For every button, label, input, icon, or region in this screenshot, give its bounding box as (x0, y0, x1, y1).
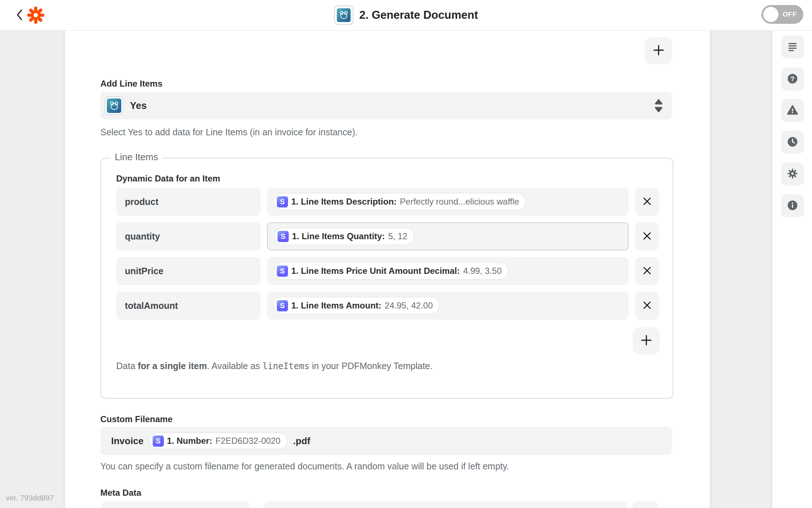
add-line-items-label: Add Line Items (100, 79, 162, 89)
key-text: quantity (125, 231, 160, 242)
line-item-value-input[interactable]: S 1. Line Items Amount: 24.95, 42.00 (267, 292, 629, 320)
settings-button[interactable] (781, 162, 804, 185)
remove-row-button[interactable] (635, 292, 659, 320)
filename-prefix: Invoice (111, 435, 144, 447)
line-item-key-input[interactable]: totalAmount (116, 292, 261, 320)
toggle-knob (763, 7, 778, 22)
mapped-field-pill[interactable]: S 1. Number: F2ED6D32-0020 (149, 433, 287, 449)
stripe-icon: S (277, 300, 288, 311)
pdfmonkey-icon (334, 5, 353, 25)
add-line-items-help: Select Yes to add data for Line Items (i… (100, 127, 358, 137)
pill-value: 4.99, 3.50 (463, 266, 502, 276)
pill-label: 1. Line Items Quantity: (292, 231, 385, 241)
key-text: unitPrice (125, 266, 163, 276)
line-item-key-input[interactable]: product (116, 188, 261, 216)
zap-on-off-toggle[interactable]: OFF (761, 5, 803, 24)
remove-row-button[interactable] (635, 257, 659, 285)
page-title: 2. Generate Document (359, 9, 478, 22)
close-icon (642, 231, 652, 242)
help-icon: ? (787, 73, 798, 86)
stripe-icon: S (278, 231, 289, 242)
custom-filename-label: Custom Filename (100, 414, 173, 424)
dynamic-data-heading: Dynamic Data for an Item (116, 174, 220, 184)
custom-filename-input[interactable]: Invoice S 1. Number: F2ED6D32-0020 .pdf (100, 427, 672, 455)
warning-button[interactable] (781, 99, 804, 122)
notes-button[interactable] (781, 35, 804, 58)
right-toolbar: ? (772, 30, 812, 508)
toggle-state-label: OFF (783, 5, 797, 24)
pill-label: 1. Line Items Price Unit Amount Decimal: (291, 266, 460, 276)
line-item-value-input[interactable]: S 1. Line Items Description: Perfectly r… (267, 188, 629, 216)
mapped-field-pill[interactable]: S 1. Line Items Amount: 24.95, 42.00 (274, 297, 440, 314)
pill-value: 5, 12 (388, 231, 407, 241)
pill-label: 1. Line Items Amount: (291, 301, 381, 311)
version-text: ver. 793dd897 (6, 494, 54, 502)
info-button[interactable] (781, 194, 804, 217)
mapped-field-pill[interactable]: S 1. Line Items Quantity: 5, 12 (274, 228, 414, 245)
line-item-key-input[interactable]: quantity (116, 222, 261, 250)
remove-row-button[interactable] (633, 502, 658, 508)
remove-row-button[interactable] (635, 188, 659, 216)
pill-label: 1. Line Items Description: (291, 197, 397, 207)
back-button[interactable] (11, 6, 28, 24)
svg-text:?: ? (790, 75, 794, 82)
add-field-button-top[interactable] (645, 37, 672, 64)
pdfmonkey-icon (105, 96, 123, 115)
history-icon (787, 136, 798, 149)
filename-suffix: .pdf (293, 435, 310, 447)
key-text: product (125, 197, 158, 207)
help-button[interactable]: ? (781, 67, 804, 91)
line-item-value-input[interactable]: S 1. Line Items Quantity: 5, 12 (267, 222, 629, 250)
meta-data-label: Meta Data (100, 488, 141, 498)
info-icon (787, 200, 798, 212)
zapier-logo-icon (26, 5, 45, 25)
pill-value: Perfectly round...elicious waffle (400, 197, 519, 207)
mapped-field-pill[interactable]: S 1. Line Items Description: Perfectly r… (274, 193, 526, 210)
line-item-key-input[interactable]: unitPrice (116, 257, 261, 285)
stripe-icon: S (277, 196, 288, 207)
key-text: totalAmount (125, 301, 178, 311)
pill-label: 1. Number: (167, 436, 212, 446)
notes-icon (787, 41, 798, 53)
step-title-group: 2. Generate Document (334, 0, 478, 30)
meta-key-input[interactable] (101, 502, 249, 508)
meta-value-input[interactable] (265, 502, 627, 508)
top-bar: 2. Generate Document OFF (0, 0, 812, 31)
line-items-legend: Line Items (110, 152, 162, 163)
remove-row-button[interactable] (635, 222, 659, 250)
pill-value: F2ED6D32-0020 (215, 436, 280, 446)
history-button[interactable] (781, 131, 804, 154)
close-icon (642, 196, 652, 208)
add-line-items-select[interactable]: Yes (100, 92, 672, 119)
warning-icon (787, 104, 798, 117)
custom-filename-help: You can specify a custom filename for ge… (100, 461, 509, 472)
add-row-button[interactable] (633, 327, 660, 354)
plus-icon (640, 334, 653, 348)
line-item-value-input[interactable]: S 1. Line Items Price Unit Amount Decima… (267, 257, 629, 285)
chevron-left-icon (15, 8, 24, 22)
close-icon (642, 265, 652, 277)
mapped-field-pill[interactable]: S 1. Line Items Price Unit Amount Decima… (274, 262, 508, 280)
stripe-icon: S (153, 435, 164, 447)
pill-value: 24.95, 42.00 (385, 301, 433, 311)
select-sort-arrows-icon (655, 99, 663, 113)
close-icon (642, 300, 652, 312)
line-items-footer-note: Data for a single item. Available as lin… (116, 361, 433, 371)
settings-icon (787, 168, 798, 180)
select-value: Yes (130, 100, 147, 111)
stripe-icon: S (277, 266, 288, 277)
plus-icon (652, 44, 665, 58)
